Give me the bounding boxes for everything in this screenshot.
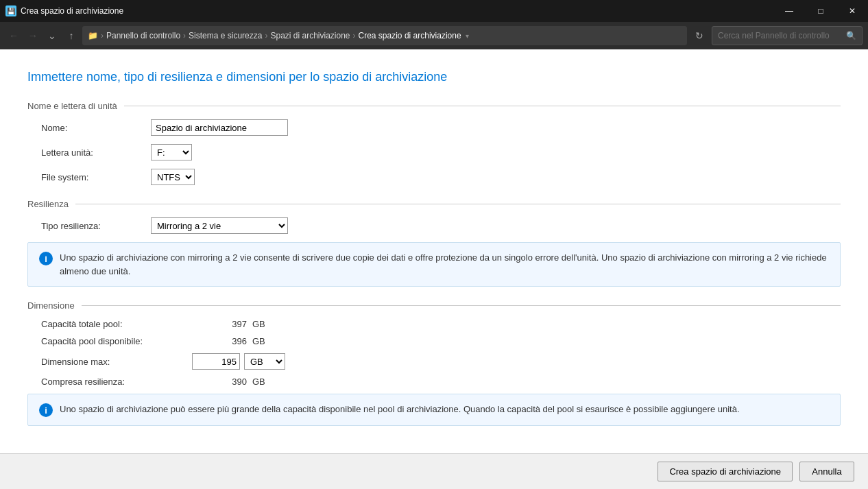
resilience-type-select[interactable]: Nessuno Parità Mirroring a 2 vie Mirrori… [151,217,288,234]
label-lettera-unita: Lettera unità: [41,147,151,158]
label-dimensione-max: Dimensione max: [41,357,192,367]
label-nome: Nome: [41,123,151,133]
label-capacita-totale: Capacità totale pool: [41,319,192,329]
breadcrumb-dropdown-icon: ▾ [466,32,469,40]
section-header-name-unit: Nome e lettera di unità [27,101,841,111]
breadcrumb: 📁 › Pannello di controllo › Sistema e si… [82,26,687,45]
dim-row-max: Dimensione max: GB TB MB [27,353,841,370]
section-header-resilience: Resilienza [27,199,841,209]
label-file-system: File system: [41,172,151,182]
max-size-unit-select[interactable]: GB TB MB [244,353,285,370]
breadcrumb-current: Crea spazio di archiviazione [359,31,461,40]
section-label-name-unit: Nome e lettera di unità [27,101,124,111]
info-icon: i [39,252,53,265]
back-button[interactable]: ← [5,27,22,44]
minimize-button[interactable]: — [773,0,805,22]
form-row-name: Nome: [27,119,841,136]
dimension-info-text: Uno spazio di archiviazione può essere p… [60,403,740,416]
app-icon: 💾 [5,5,16,16]
dim-row-available: Capacità pool disponibile: 396 GB [27,336,841,346]
label-tipo-resilienza: Tipo resilienza: [41,221,151,231]
up-button[interactable]: ↑ [63,27,80,44]
search-box: 🔍 [712,26,863,45]
main-content: Immettere nome, tipo di resilienza e dim… [0,49,868,453]
window-controls: — □ ✕ [773,0,868,22]
unit-capacita-totale: GB [252,319,273,329]
unit-compresa-resilienza: GB [252,377,273,387]
value-capacita-disponibile: 396 [192,336,247,346]
dimension-info-box: i Uno spazio di archiviazione può essere… [27,394,841,426]
section-name-unit: Nome e lettera di unità Nome: Lettera un… [27,101,841,185]
value-capacita-totale: 397 [192,319,247,329]
info-icon-dimension: i [39,403,53,417]
breadcrumb-spazi[interactable]: Spazi di archiviazione [270,31,350,40]
refresh-button[interactable]: ↻ [690,26,709,45]
maximize-button[interactable]: □ [805,0,836,22]
breadcrumb-sistema[interactable]: Sistema e sicurezza [189,31,262,40]
section-divider-dimension [82,305,841,306]
page-title: Immettere nome, tipo di resilienza e dim… [27,70,841,84]
bottom-bar: Crea spazio di archiviazione Annulla [0,453,868,489]
dim-row-resilience: Compresa resilienza: 390 GB [27,377,841,387]
cancel-button[interactable]: Annulla [799,462,854,481]
max-size-input[interactable] [192,353,240,370]
section-header-dimension: Dimensione [27,300,841,311]
create-button[interactable]: Crea spazio di archiviazione [658,462,793,481]
section-label-dimension: Dimensione [27,300,82,311]
recent-locations-button[interactable]: ⌄ [44,27,60,44]
section-dimension: Dimensione Capacità totale pool: 397 GB … [27,300,841,426]
section-label-resilience: Resilienza [27,199,75,209]
resilience-info-box: i Uno spazio di archiviazione con mirror… [27,242,841,287]
form-row-drive-letter: Lettera unità: F: G: H: [27,144,841,160]
form-row-filesystem: File system: NTFS ReFS [27,169,841,185]
title-bar: 💾 Crea spazio di archiviazione — □ ✕ [0,0,868,22]
unit-capacita-disponibile: GB [252,336,273,346]
search-icon: 🔍 [846,31,856,40]
drive-letter-select[interactable]: F: G: H: [151,144,192,160]
window-title: Crea spazio di archiviazione [21,6,123,16]
close-button[interactable]: ✕ [836,0,868,22]
name-input[interactable] [151,119,288,136]
filesystem-select[interactable]: NTFS ReFS [151,169,195,185]
label-compresa-resilienza: Compresa resilienza: [41,377,192,387]
address-bar: ← → ⌄ ↑ 📁 › Pannello di controllo › Sist… [0,22,868,49]
section-divider-resilience [75,204,841,204]
dim-row-total: Capacità totale pool: 397 GB [27,319,841,329]
forward-button[interactable]: → [25,27,41,44]
breadcrumb-pannello[interactable]: Pannello di controllo [106,31,180,40]
resilience-info-text: Uno spazio di archiviazione con mirrorin… [60,251,829,278]
section-divider [124,106,841,106]
folder-icon: 📁 [88,31,98,40]
title-bar-left: 💾 Crea spazio di archiviazione [5,5,123,16]
label-capacita-disponibile: Capacità pool disponibile: [41,336,192,346]
search-input[interactable] [718,31,843,40]
value-compresa-resilienza: 390 [192,377,247,387]
form-row-resilience-type: Tipo resilienza: Nessuno Parità Mirrorin… [27,217,841,234]
section-resilience: Resilienza Tipo resilienza: Nessuno Pari… [27,199,841,287]
